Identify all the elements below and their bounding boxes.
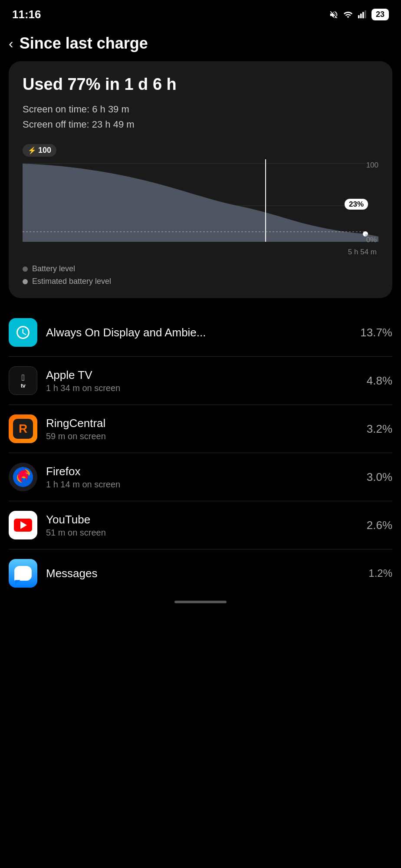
app-percent-firefox: 3.0% [367, 470, 392, 484]
y-label-0: 0% [366, 236, 378, 244]
list-item[interactable]:  tv Apple TV 1 h 34 m on screen 4.8% [9, 357, 392, 405]
svg-rect-1 [360, 13, 362, 18]
app-name-messages: Messages [46, 567, 360, 580]
app-name-firefox: Firefox [46, 465, 358, 478]
status-icons: 23 [329, 9, 389, 20]
app-percent-youtube: 2.6% [367, 519, 392, 532]
youtube-play-button [14, 519, 32, 532]
app-info-aod: Always On Display and Ambie... [46, 326, 352, 339]
status-time: 11:16 [12, 8, 41, 21]
app-percent-appletv: 4.8% [367, 374, 392, 388]
legend-item-2: Estimated battery level [23, 277, 378, 286]
page-header: ‹ Since last charge [0, 26, 401, 61]
app-name-appletv: Apple TV [46, 368, 358, 382]
chart-legend: Battery level Estimated battery level [23, 264, 378, 286]
mute-icon [329, 10, 339, 20]
app-icon-appletv:  tv [9, 366, 37, 395]
charge-badge: ⚡ 100 [23, 144, 56, 157]
status-bar: 11:16 23 [0, 0, 401, 26]
charge-value: 100 [38, 146, 51, 155]
app-percent-messages: 1.2% [368, 567, 392, 579]
chart-wrapper: 100 0% 23% [23, 159, 378, 246]
legend-label-2: Estimated battery level [32, 277, 111, 286]
firefox-icon [9, 463, 37, 491]
screen-info: Screen on time: 6 h 39 m Screen off time… [23, 102, 378, 132]
svg-rect-2 [362, 12, 364, 18]
app-time-appletv: 1 h 34 m on screen [46, 383, 358, 393]
page-title: Since last charge [20, 34, 148, 53]
legend-dot-1 [23, 266, 28, 272]
back-arrow[interactable]: ‹ [9, 36, 13, 52]
svg-rect-0 [358, 15, 360, 18]
app-icon-aod [9, 318, 37, 347]
battery-badge: 23 [371, 9, 389, 20]
app-info-ringcentral: RingCentral 59 m on screen [46, 417, 358, 441]
battery-chart: ⚡ 100 100 [23, 144, 378, 256]
list-item[interactable]: Firefox 1 h 14 m on screen 3.0% [9, 453, 392, 501]
bolt-icon: ⚡ [28, 146, 36, 155]
app-info-messages: Messages [46, 567, 360, 580]
app-name-youtube: YouTube [46, 513, 358, 526]
main-card: Used 77% in 1 d 6 h Screen on time: 6 h … [9, 61, 392, 298]
app-percent-ringcentral: 3.2% [367, 422, 392, 436]
wifi-icon [343, 10, 353, 20]
usage-title: Used 77% in 1 d 6 h [23, 75, 378, 94]
messages-bubble [14, 566, 32, 581]
legend-label-1: Battery level [32, 264, 75, 273]
app-time-youtube: 51 m on screen [46, 528, 358, 538]
list-item[interactable]: YouTube 51 m on screen 2.6% [9, 501, 392, 549]
app-info-appletv: Apple TV 1 h 34 m on screen [46, 368, 358, 393]
legend-item-1: Battery level [23, 264, 378, 273]
chart-svg [23, 159, 378, 246]
app-icon-messages [9, 559, 37, 588]
clock-icon [15, 325, 31, 340]
youtube-triangle [20, 521, 27, 529]
app-name-aod: Always On Display and Ambie... [46, 326, 352, 339]
svg-rect-3 [365, 10, 366, 18]
y-label-100: 100 [366, 161, 378, 170]
scroll-indicator [174, 601, 227, 603]
list-item[interactable]: Messages 1.2% [9, 549, 392, 588]
list-item[interactable]: Always On Display and Ambie... 13.7% [9, 309, 392, 357]
current-percent-badge: 23% [345, 199, 368, 210]
app-info-youtube: YouTube 51 m on screen [46, 513, 358, 538]
app-name-ringcentral: RingCentral [46, 417, 358, 430]
appletv-text:  tv [21, 373, 26, 388]
app-list: Always On Display and Ambie... 13.7%  t… [9, 309, 392, 588]
app-info-firefox: Firefox 1 h 14 m on screen [46, 465, 358, 490]
app-icon-ringcentral: R [9, 414, 37, 443]
chart-x-label: 5 h 54 m [23, 248, 378, 256]
app-time-firefox: 1 h 14 m on screen [46, 480, 358, 490]
screen-off-time: Screen off time: 23 h 49 m [23, 117, 378, 132]
app-icon-youtube [9, 511, 37, 539]
screen-on-time: Screen on time: 6 h 39 m [23, 102, 378, 117]
list-item[interactable]: R RingCentral 59 m on screen 3.2% [9, 405, 392, 453]
signal-icon [358, 10, 367, 20]
legend-dot-2 [23, 279, 28, 284]
app-percent-aod: 13.7% [360, 326, 392, 339]
app-time-ringcentral: 59 m on screen [46, 431, 358, 441]
app-icon-firefox [9, 463, 37, 491]
